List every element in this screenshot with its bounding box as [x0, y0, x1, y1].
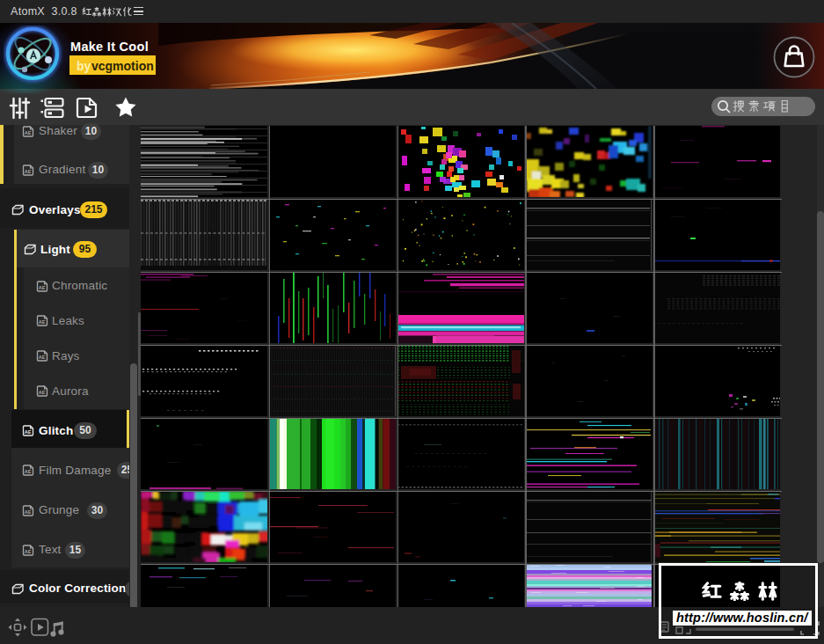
svg-text:AE: AE	[25, 169, 32, 174]
svg-text:AE: AE	[39, 319, 46, 325]
svg-text:AE: AE	[25, 509, 32, 515]
svg-text:AE: AE	[25, 429, 32, 435]
svg-text:AE: AE	[39, 285, 46, 290]
svg-text:AE: AE	[39, 390, 46, 395]
svg-text:AE: AE	[25, 469, 32, 474]
svg-text:AE: AE	[25, 130, 32, 135]
svg-text:AE: AE	[39, 355, 46, 360]
svg-text:AE: AE	[25, 549, 32, 554]
